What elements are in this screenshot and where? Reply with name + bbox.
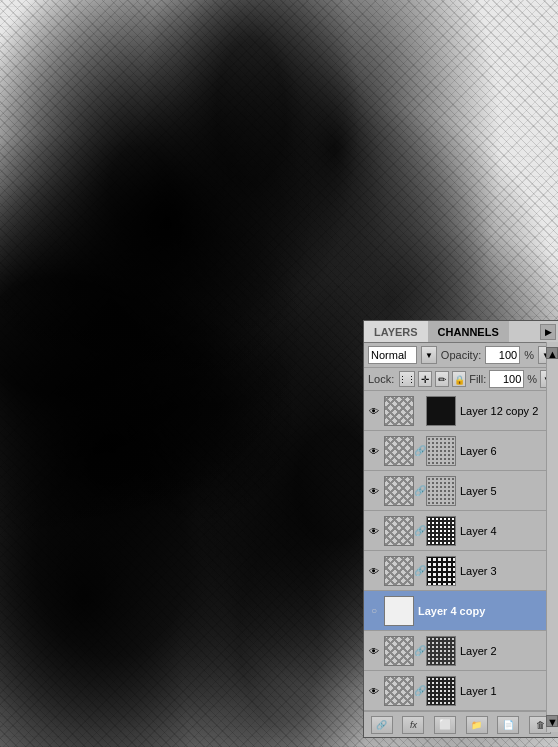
layer-mask-thumb — [426, 556, 456, 586]
layer-visibility-toggle[interactable] — [366, 563, 382, 579]
layer-row[interactable]: 🔗 Layer 3 — [364, 551, 558, 591]
fx-button[interactable] — [402, 716, 424, 734]
layer-name: Layer 4 — [458, 525, 554, 537]
blend-mode-arrow[interactable]: ▼ — [421, 346, 437, 364]
layer-link-icon — [415, 396, 425, 426]
layer-link-icon: 🔗 — [415, 476, 425, 506]
blend-mode-select[interactable]: Normal Multiply Screen — [368, 346, 417, 364]
layer-mask-thumb — [426, 396, 456, 426]
layer-visibility-toggle[interactable] — [366, 403, 382, 419]
mask-icon — [439, 719, 451, 730]
layer-name: Layer 12 copy 2 — [458, 405, 554, 417]
eye-icon — [369, 485, 379, 497]
layer-mask-thumb — [426, 476, 456, 506]
layer-link-icon: 🔗 — [415, 556, 425, 586]
link-layers-button[interactable] — [371, 716, 393, 734]
folder-icon — [471, 719, 482, 730]
tab-channels[interactable]: CHANNELS — [428, 321, 509, 342]
trash-icon — [536, 719, 545, 730]
opacity-label: Opacity: — [441, 349, 481, 361]
fx-icon — [410, 719, 417, 730]
layer-mask-thumb — [426, 436, 456, 466]
layer-name: Layer 1 — [458, 685, 554, 697]
eye-icon — [369, 565, 379, 577]
layer-row[interactable]: 🔗 Layer 1 — [364, 671, 558, 711]
opacity-input[interactable] — [485, 346, 520, 364]
eye-icon — [369, 525, 379, 537]
layer-thumbnails: 🔗 — [384, 476, 456, 506]
layer-link-icon: 🔗 — [415, 676, 425, 706]
lock-label: Lock: — [368, 373, 394, 385]
layer-name: Layer 3 — [458, 565, 554, 577]
layer-content-thumb — [384, 556, 414, 586]
layer-visibility-toggle[interactable]: ○ — [366, 603, 382, 619]
new-layer-icon — [503, 719, 514, 730]
panel-options-button[interactable]: ▶ — [540, 324, 556, 340]
layer-link-icon: 🔗 — [415, 636, 425, 666]
layer-row[interactable]: ○ Layer 4 copy — [364, 591, 558, 631]
layer-content-thumb — [384, 436, 414, 466]
lock-all-icon — [454, 374, 465, 385]
lock-brush-button[interactable] — [435, 371, 449, 387]
layer-row[interactable]: 🔗 Layer 2 — [364, 631, 558, 671]
layer-name: Layer 6 — [458, 445, 554, 457]
layer-visibility-toggle[interactable] — [366, 483, 382, 499]
layer-thumbnails: 🔗 — [384, 436, 456, 466]
lock-move-button[interactable] — [418, 371, 432, 387]
fill-label: Fill: — [469, 373, 486, 385]
lock-move-icon — [421, 374, 429, 385]
layer-content-thumb — [384, 596, 414, 626]
fill-input[interactable] — [489, 370, 524, 388]
layer-content-thumb — [384, 516, 414, 546]
layer-content-thumb — [384, 636, 414, 666]
new-layer-button[interactable] — [497, 716, 519, 734]
layer-mask-thumb — [426, 676, 456, 706]
layer-link-icon: 🔗 — [415, 516, 425, 546]
layer-content-thumb — [384, 476, 414, 506]
layer-visibility-toggle[interactable] — [366, 443, 382, 459]
layer-mask-thumb — [426, 516, 456, 546]
eye-icon: ○ — [371, 605, 377, 616]
layer-row[interactable]: 🔗 Layer 5 — [364, 471, 558, 511]
eye-icon — [369, 405, 379, 417]
layer-row[interactable]: 🔗 Layer 4 — [364, 511, 558, 551]
layer-row[interactable]: Layer 12 copy 2 — [364, 391, 558, 431]
layer-name: Layer 2 — [458, 645, 554, 657]
layer-content-thumb — [384, 396, 414, 426]
chain-icon — [376, 719, 387, 730]
eye-icon — [369, 645, 379, 657]
layer-link-icon: 🔗 — [415, 436, 425, 466]
layer-thumbnails: 🔗 — [384, 676, 456, 706]
layer-thumbnails — [384, 596, 414, 626]
layer-thumbnails — [384, 396, 456, 426]
layer-thumbnails: 🔗 — [384, 556, 456, 586]
lock-dots-button[interactable] — [399, 371, 415, 387]
lock-fill-row: Lock: Fill: % ▼ — [364, 368, 558, 391]
new-group-button[interactable] — [466, 716, 488, 734]
scrollbar-thumb[interactable]: ▲ — [546, 347, 558, 359]
layer-visibility-toggle[interactable] — [366, 523, 382, 539]
layer-content-thumb — [384, 676, 414, 706]
scrollbar-track[interactable]: ▼ — [546, 715, 558, 727]
layer-mask-thumb — [426, 636, 456, 666]
lock-brush-icon — [438, 374, 446, 385]
lock-all-button[interactable] — [452, 371, 466, 387]
panel-tabs: LAYERS CHANNELS ▶ — [364, 321, 558, 343]
eye-icon — [369, 685, 379, 697]
layer-row[interactable]: 🔗 Layer 6 — [364, 431, 558, 471]
panel-scrollbar[interactable]: ▲ ▼ — [546, 342, 558, 732]
panel-footer — [364, 711, 558, 737]
lock-dots-icon — [398, 374, 416, 385]
layer-thumbnails: 🔗 — [384, 636, 456, 666]
layers-list: Layer 12 copy 2 🔗 Layer 6 🔗 — [364, 391, 558, 711]
layer-visibility-toggle[interactable] — [366, 683, 382, 699]
layers-panel: LAYERS CHANNELS ▶ Normal Multiply Screen… — [363, 320, 558, 738]
layer-name: Layer 5 — [458, 485, 554, 497]
add-mask-button[interactable] — [434, 716, 456, 734]
blend-opacity-row: Normal Multiply Screen ▼ Opacity: % ▼ — [364, 343, 558, 368]
eye-icon — [369, 445, 379, 457]
tab-layers[interactable]: LAYERS — [364, 321, 428, 342]
layer-visibility-toggle[interactable] — [366, 643, 382, 659]
layer-name: Layer 4 copy — [416, 605, 554, 617]
layer-thumbnails: 🔗 — [384, 516, 456, 546]
